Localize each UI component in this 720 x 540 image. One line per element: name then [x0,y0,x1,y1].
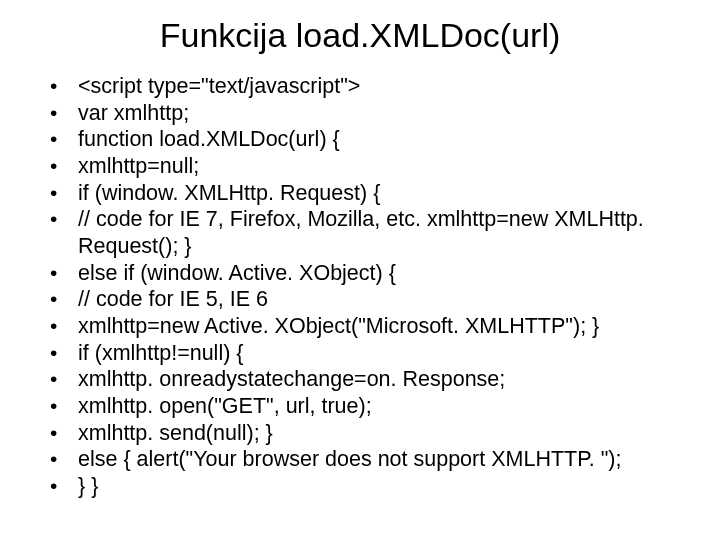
slide: Funkcija load.XMLDoc(url) <script type="… [0,0,720,540]
bullet-text: else if (window. Active. XObject) { [78,260,690,287]
bullet-text: var xmlhttp; [78,100,690,127]
bullet-text: xmlhttp. open("GET", url, true); [78,393,690,420]
list-item: var xmlhttp; [50,100,690,127]
list-item: xmlhttp. open("GET", url, true); [50,393,690,420]
bullet-list: <script type="text/javascript"> var xmlh… [50,73,690,500]
list-item: function load.XMLDoc(url) { [50,126,690,153]
slide-title: Funkcija load.XMLDoc(url) [30,16,690,55]
list-item: } } [50,473,690,500]
bullet-text: xmlhttp. onreadystatechange=on. Response… [78,366,690,393]
list-item: xmlhttp=null; [50,153,690,180]
list-item: // code for IE 7, Firefox, Mozilla, etc.… [50,206,690,259]
list-item: xmlhttp. onreadystatechange=on. Response… [50,366,690,393]
bullet-text: } } [78,473,690,500]
bullet-text: // code for IE 5, IE 6 [78,286,690,313]
list-item: if (window. XMLHttp. Request) { [50,180,690,207]
list-item: xmlhttp=new Active. XObject("Microsoft. … [50,313,690,340]
list-item: xmlhttp. send(null); } [50,420,690,447]
bullet-text: function load.XMLDoc(url) { [78,126,690,153]
bullet-text: if (xmlhttp!=null) { [78,340,690,367]
list-item: else { alert("Your browser does not supp… [50,446,690,473]
bullet-text: xmlhttp=new Active. XObject("Microsoft. … [78,313,690,340]
list-item: <script type="text/javascript"> [50,73,690,100]
bullet-text: xmlhttp. send(null); } [78,420,690,447]
bullet-text: if (window. XMLHttp. Request) { [78,180,690,207]
list-item: if (xmlhttp!=null) { [50,340,690,367]
list-item: else if (window. Active. XObject) { [50,260,690,287]
bullet-text: else { alert("Your browser does not supp… [78,446,690,473]
list-item: // code for IE 5, IE 6 [50,286,690,313]
bullet-text: <script type="text/javascript"> [78,73,690,100]
bullet-text: xmlhttp=null; [78,153,690,180]
bullet-text: // code for IE 7, Firefox, Mozilla, etc.… [78,206,690,259]
